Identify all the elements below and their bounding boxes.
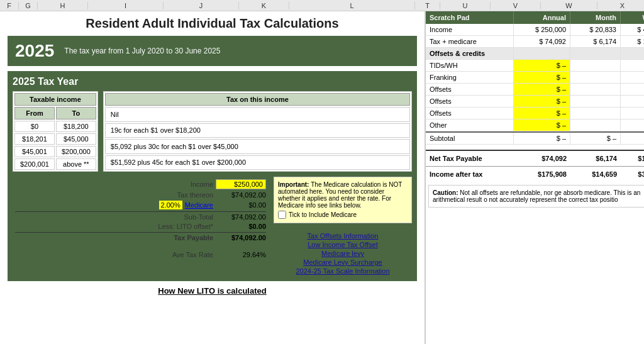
col-i: I (88, 2, 164, 9)
checkbox-label: Tick to Include Medicare (289, 211, 357, 218)
important-title: Important: (278, 181, 311, 188)
to-header: To (56, 107, 96, 119)
scratch-annual-header: Annual (514, 11, 570, 24)
subtotal-row: Sub-Total $74,092.00 (15, 213, 266, 221)
col-u: U (440, 2, 491, 9)
tax-thereon-row: Tax thereon $74,092.00 (15, 191, 266, 199)
scratch-offsets1-row: Offsets $ – (426, 84, 644, 96)
income-after-tax-month: $14,659 (570, 169, 621, 180)
col-w: W (541, 2, 597, 9)
scratch-income-label: Income (426, 24, 514, 35)
scratch-income-week: $ 4,808 (621, 24, 644, 35)
scratch-tax-annual: $ 74,092 (514, 36, 570, 47)
scratch-title: Scratch Pad (426, 11, 514, 24)
scratch-tids-annual[interactable]: $ – (514, 60, 570, 71)
ave-tax-label: Ave Tax Rate (172, 251, 213, 258)
links-section: Tax Offsets Information Low Income Tax O… (274, 227, 412, 276)
spreadsheet-container: F G H I J K L T U V W X Y Resident Adult… (0, 0, 644, 344)
from-header: From (14, 107, 55, 119)
lito-row: Less: LITO offset* $0.00 (15, 223, 266, 230)
link-tax-scale[interactable]: 2024-25 Tax Scale Information (274, 267, 412, 275)
scratch-oc-month (570, 48, 621, 59)
link-lito[interactable]: Low Income Tax Offset (274, 241, 412, 248)
scratch-tids-month (570, 60, 621, 71)
to-value: above ** (56, 158, 96, 170)
scratch-income-annual: $ 250,000 (514, 24, 570, 35)
left-panel: Resident Adult Individual Tax Calculatio… (0, 11, 425, 344)
tax-rule: $51,592 plus 45c for each $1 over $200,0… (105, 155, 410, 170)
medicare-percent[interactable]: 2.00% (159, 201, 182, 209)
scratch-other-label: Other (426, 119, 514, 131)
scratch-tids-week (621, 60, 644, 71)
col-k: K (239, 2, 289, 9)
income-value[interactable]: $250,000 (216, 179, 266, 189)
taxable-income-table: Taxable income From To $0 $18,200 (13, 91, 98, 172)
scratch-tax-row: Tax + medicare $ 74,092 $ 6,174 $ 1,425 (426, 36, 644, 48)
col-t: T (415, 2, 440, 9)
table-row: Nil (105, 107, 410, 122)
table-row: $18,201 $45,000 (14, 133, 96, 145)
scratch-offsets1-annual[interactable]: $ – (514, 84, 570, 95)
important-box: Important: The Medicare calculation is N… (274, 177, 412, 223)
tax-thereon-value: $74,092.00 (216, 191, 266, 199)
scratch-offsets2-annual[interactable]: $ – (514, 96, 570, 107)
taxable-income-header: Taxable income (14, 93, 96, 106)
scratch-franking-week (621, 72, 644, 83)
scratch-tids-row: TIDs/WH $ – (426, 60, 644, 72)
net-tax-week: $1,42... (621, 153, 644, 164)
table-row: $45,001 $200,000 (14, 146, 96, 157)
caution-text: Not all offsets are refundable, nor ge a… (433, 189, 640, 203)
divider (15, 211, 266, 212)
to-value: $18,200 (56, 121, 96, 132)
from-value: $45,001 (14, 146, 55, 157)
scratch-offsets3-month (570, 108, 621, 119)
scratch-pad-header: Scratch Pad Annual Month Week (426, 11, 644, 24)
subtotal-value: $74,092.00 (216, 213, 266, 221)
scratch-offsets3-annual[interactable]: $ – (514, 108, 570, 119)
from-value: $200,001 (14, 158, 55, 170)
net-tax-row: Net Tax Payable $74,092 $6,174 $1,42... (426, 150, 644, 164)
scratch-month-header: Month (570, 11, 621, 24)
scratch-tax-label: Tax + medicare (426, 36, 514, 47)
income-after-tax-row: Income after tax $175,908 $14,659 $3,38.… (426, 166, 644, 180)
lito-value: $0.00 (216, 223, 266, 230)
to-value: $45,000 (56, 133, 96, 145)
scratch-offsets3-row: Offsets $ – (426, 108, 644, 119)
right-calc-section: Important: The Medicare calculation is N… (274, 177, 412, 276)
scratch-subtotal-label: Subtotal (426, 133, 514, 144)
link-tax-offsets[interactable]: Tax Offsets Information (274, 232, 412, 240)
year-number: 2025 (15, 41, 54, 61)
link-medicare-levy[interactable]: Medicare levy (274, 250, 412, 257)
caution-title: Caution: (433, 189, 460, 196)
scratch-franking-annual[interactable]: $ – (514, 72, 570, 83)
scratch-offsets2-row: Offsets $ – (426, 96, 644, 108)
link-medicare-surcharge[interactable]: Medicare Levy Surcharge (274, 258, 412, 266)
lito-label: Less: LITO offset* (158, 223, 213, 230)
scratch-tax-week: $ 1,425 (621, 36, 644, 47)
scratch-other-annual[interactable]: $ – (514, 119, 570, 131)
income-row: Income $250,000 (15, 179, 266, 189)
medicare-link[interactable]: Medicare (185, 201, 213, 209)
col-l: L (289, 2, 415, 9)
tax-on-income-table: Tax on this income Nil 19c for each $1 o… (103, 91, 412, 172)
scratch-franking-row: Franking $ – (426, 72, 644, 84)
year-description: The tax year from 1 July 2020 to 30 June… (64, 47, 220, 55)
tax-rule: $5,092 plus 30c for each $1 over $45,000 (105, 139, 410, 154)
scratch-subtotal-week: $ – (621, 133, 644, 144)
from-value: $0 (14, 121, 55, 132)
scratch-offsets1-month (570, 84, 621, 95)
divider2 (15, 232, 266, 233)
scratch-oc-week (621, 48, 644, 59)
scratch-offsets1-week (621, 84, 644, 95)
tax-year-box: 2025 Tax Year Taxable income From To (8, 71, 417, 281)
scratch-income-row: Income $ 250,000 $ 20,833 $ 4,808 (426, 24, 644, 36)
calc-left: Income $250,000 Tax thereon $74,092.00 2… (13, 177, 269, 276)
medicare-checkbox-area[interactable]: Tick to Include Medicare (278, 211, 408, 219)
tax-rule: 19c for each $1 over $18,200 (105, 123, 410, 138)
medicare-checkbox[interactable] (278, 211, 286, 219)
tax-on-income-header: Tax on this income (105, 93, 410, 106)
table-row: 19c for each $1 over $18,200 (105, 123, 410, 138)
scratch-subtotal-annual: $ – (514, 133, 570, 144)
how-lito-link[interactable]: How New LITO is calculated (8, 286, 417, 296)
scratch-offsets2-month (570, 96, 621, 107)
